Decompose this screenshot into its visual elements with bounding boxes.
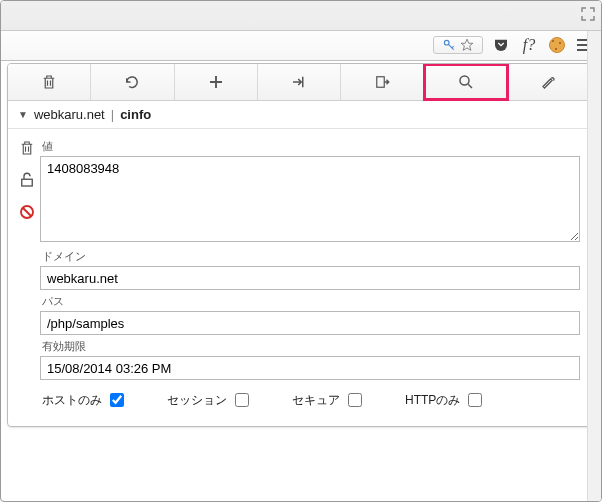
browser-toolbar: f? [1,31,601,61]
cookie-extension-icon[interactable] [547,35,567,55]
cookie-editor-panel: ▼ webkaru.net | cinfo 値 ドメイン パス 有効期限 [7,63,591,427]
session-checkbox[interactable]: セッション [167,390,252,410]
cookie-site: webkaru.net [34,107,105,122]
window-scrollbar[interactable] [587,31,601,501]
import-button[interactable] [258,64,341,100]
value-input[interactable] [40,156,580,242]
http-only-checkbox[interactable]: HTTPのみ [405,390,485,410]
domain-label: ドメイン [42,249,580,264]
expires-label: 有効期限 [42,339,580,354]
host-only-checkbox[interactable]: ホストのみ [42,390,127,410]
star-icon [460,38,474,52]
path-input[interactable] [40,311,580,335]
window-titlebar [1,1,601,31]
search-button[interactable] [424,64,507,100]
key-icon [442,38,456,52]
font-question-icon[interactable]: f? [519,35,539,55]
svg-point-0 [444,40,449,45]
pocket-icon[interactable] [491,35,511,55]
collapse-icon: ▼ [18,109,28,120]
unlock-icon[interactable] [18,171,36,189]
bookmark-group[interactable] [433,36,483,54]
delete-cookie-icon[interactable] [18,139,36,157]
cookie-name: cinfo [120,107,151,122]
expires-input[interactable] [40,356,580,380]
secure-checkbox[interactable]: セキュア [292,390,365,410]
fullscreen-icon[interactable] [581,7,595,21]
add-button[interactable] [175,64,258,100]
path-label: パス [42,294,580,309]
block-icon[interactable] [18,203,36,221]
svg-rect-3 [22,179,33,186]
delete-button[interactable] [8,64,91,100]
domain-input[interactable] [40,266,580,290]
export-button[interactable] [341,64,424,100]
settings-button[interactable] [508,64,590,100]
reload-button[interactable] [91,64,174,100]
value-label: 値 [42,139,580,154]
cookie-header[interactable]: ▼ webkaru.net | cinfo [8,101,590,129]
panel-toolbar [8,64,590,101]
svg-rect-1 [377,77,385,88]
svg-point-2 [460,76,469,85]
